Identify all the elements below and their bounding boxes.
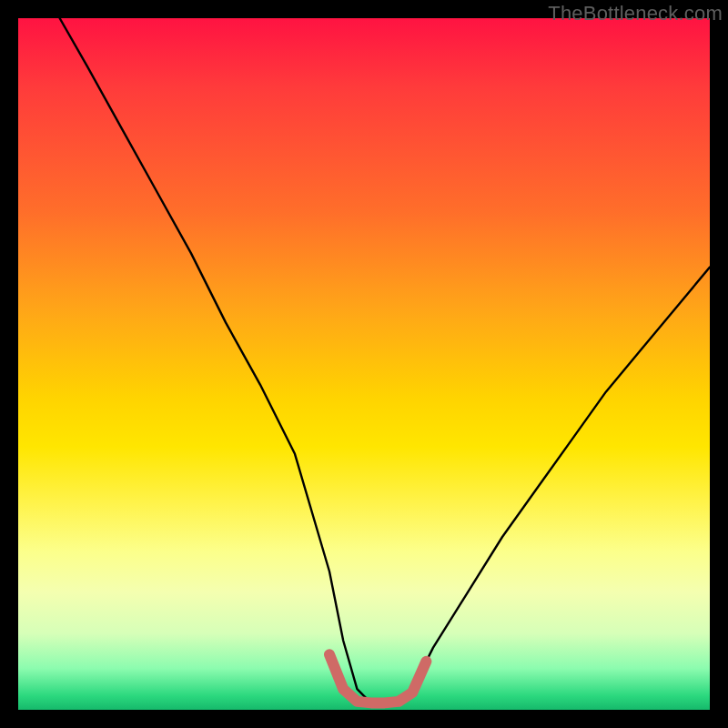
bottom-highlight-path bbox=[329, 654, 426, 703]
bottleneck-curve-svg bbox=[18, 18, 710, 710]
watermark-text: TheBottleneck.com bbox=[548, 2, 723, 25]
curve-path bbox=[60, 18, 710, 703]
chart-frame: TheBottleneck.com bbox=[0, 0, 728, 728]
plot-area bbox=[18, 18, 710, 710]
